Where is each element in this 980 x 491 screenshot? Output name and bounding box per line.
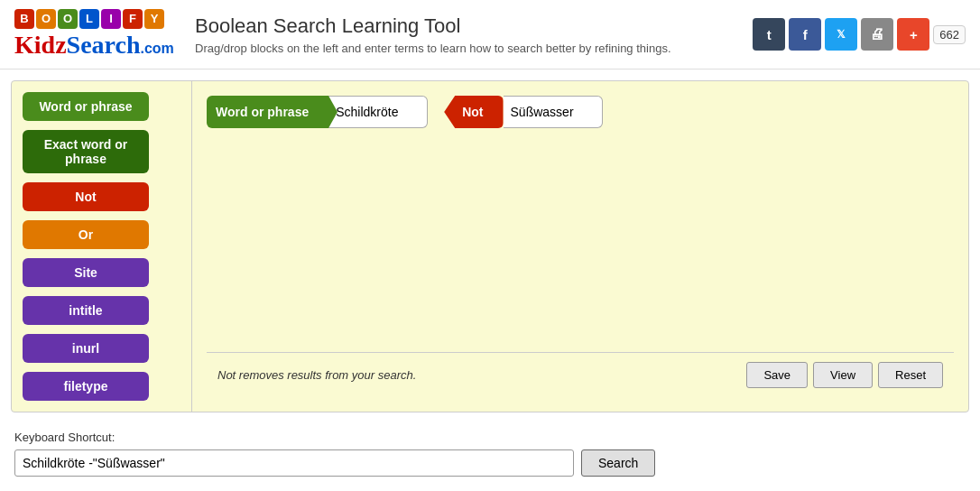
block-site[interactable]: Site	[23, 258, 149, 287]
search-button[interactable]: Search	[581, 449, 655, 477]
search-row: Search	[14, 449, 966, 477]
block-intitle[interactable]: intitle	[23, 296, 149, 325]
share-count: 662	[933, 25, 966, 44]
block-not[interactable]: Not	[23, 182, 149, 211]
not-input[interactable]	[504, 96, 603, 128]
word-phrase-input[interactable]	[328, 96, 428, 128]
block-or[interactable]: Or	[23, 220, 149, 249]
tumblr-button[interactable]: t	[753, 18, 785, 51]
view-button[interactable]: View	[813, 362, 873, 388]
logo-area: B O O L I F Y KidzSearch.com	[14, 9, 177, 60]
logo-letter-i: I	[101, 9, 121, 29]
drop-area: Word or phrase Not	[192, 81, 968, 412]
placed-block-not[interactable]: Not	[444, 96, 503, 128]
status-message: Not removes results from your search.	[217, 368, 416, 382]
page-title: Boolean Search Learning Tool	[195, 14, 753, 38]
search-input[interactable]	[14, 449, 574, 477]
main-workspace: Word or phrase Exact word or phrase Not …	[11, 80, 969, 412]
logo-letter-o1: O	[36, 9, 56, 29]
kidzsearch-logo[interactable]: KidzSearch.com	[14, 31, 177, 60]
logo-letter-l: L	[79, 9, 99, 29]
reset-button[interactable]: Reset	[878, 362, 943, 388]
boolify-logo: B O O L I F Y	[14, 9, 177, 29]
footer: Keyboard Shortcut: Search	[0, 423, 980, 487]
placed-block-not-label: Not	[462, 105, 483, 119]
print-button[interactable]: 🖨	[861, 18, 893, 51]
block-exact-word-or-phrase[interactable]: Exact word or phrase	[23, 130, 149, 173]
header: B O O L I F Y KidzSearch.com Boolean Sea…	[0, 0, 980, 69]
addthis-button[interactable]: +	[897, 18, 929, 51]
keyboard-shortcut-label: Keyboard Shortcut:	[14, 431, 966, 444]
placed-block-word-or-phrase[interactable]: Word or phrase	[207, 96, 328, 128]
status-buttons: Save View Reset	[746, 362, 943, 388]
logo-letter-o2: O	[58, 9, 78, 29]
save-button[interactable]: Save	[746, 362, 808, 388]
placed-block-label: Word or phrase	[216, 105, 309, 119]
block-inurl[interactable]: inurl	[23, 334, 149, 363]
facebook-button[interactable]: f	[789, 18, 821, 51]
logo-letter-f: F	[123, 9, 143, 29]
header-title-area: Boolean Search Learning Tool Drag/drop b…	[177, 14, 753, 55]
blocks-sidebar: Word or phrase Exact word or phrase Not …	[12, 81, 192, 412]
status-bar: Not removes results from your search. Sa…	[207, 352, 954, 397]
social-bar: t f 𝕏 🖨 + 662	[753, 18, 966, 51]
page-description: Drag/drop blocks on the left and enter t…	[195, 42, 753, 55]
block-filetype[interactable]: filetype	[23, 372, 149, 401]
logo-letter-y: Y	[144, 9, 164, 29]
logo-letter-b: B	[14, 9, 34, 29]
block-row-1: Word or phrase Not	[207, 96, 954, 128]
block-word-or-phrase[interactable]: Word or phrase	[23, 92, 149, 121]
twitter-button[interactable]: 𝕏	[825, 18, 857, 51]
drop-canvas[interactable]: Word or phrase Not	[207, 96, 954, 352]
